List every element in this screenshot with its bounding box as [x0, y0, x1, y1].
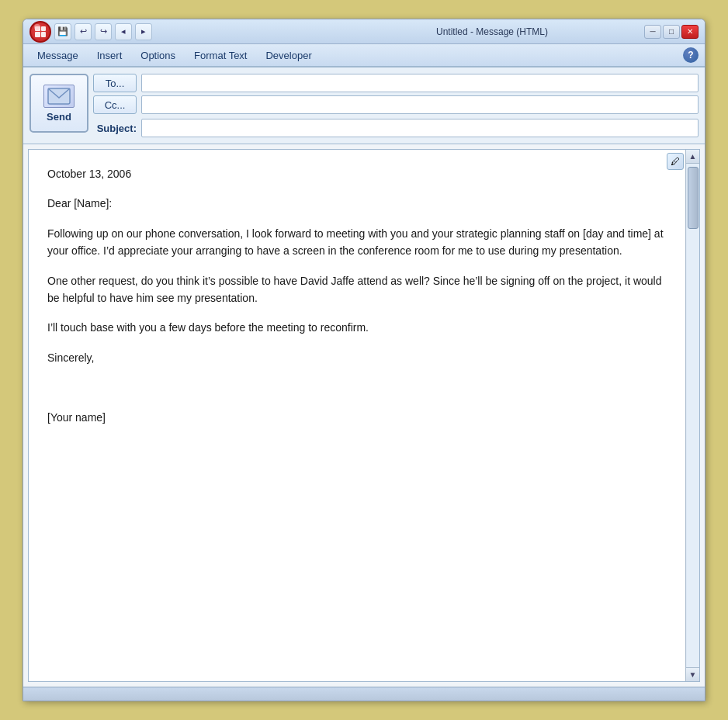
to-input[interactable]: [141, 74, 699, 92]
email-signature-spacer: [47, 379, 667, 396]
scroll-track[interactable]: [687, 164, 699, 667]
menu-developer[interactable]: Developer: [258, 47, 319, 64]
status-bar: [23, 687, 705, 701]
scroll-up-button[interactable]: ▲: [686, 150, 700, 164]
main-window: 💾 ↩ ↪ ◂ ▸ Untitled - Message (HTML) ─ □ …: [23, 19, 705, 701]
send-button[interactable]: Send: [29, 74, 88, 133]
email-greeting: Dear [Name]:: [47, 195, 667, 212]
body-corner-icon[interactable]: 🖊: [667, 153, 684, 170]
cc-button[interactable]: Cc...: [93, 95, 137, 114]
scroll-thumb[interactable]: [688, 167, 699, 229]
fields-area: To... Cc... Subject:: [93, 74, 699, 137]
office-button[interactable]: [29, 21, 51, 43]
minimize-button[interactable]: ─: [644, 25, 661, 39]
email-closing: Sincerely,: [47, 349, 667, 366]
email-date: October 13, 2006: [47, 165, 667, 182]
redo-button[interactable]: ↪: [95, 23, 112, 40]
menu-message[interactable]: Message: [29, 47, 86, 64]
back-button[interactable]: ◂: [115, 23, 132, 40]
email-signature: [Your name]: [47, 409, 667, 426]
cc-input[interactable]: [141, 95, 699, 114]
title-bar-left: 💾 ↩ ↪ ◂ ▸: [29, 21, 334, 43]
email-paragraph3: I’ll touch base with you a few days befo…: [47, 319, 667, 336]
restore-button[interactable]: □: [663, 25, 680, 39]
body-content[interactable]: October 13, 2006 Dear [Name]: Following …: [29, 150, 685, 681]
subject-input[interactable]: [141, 119, 699, 137]
send-icon: [43, 85, 75, 108]
menu-format-text[interactable]: Format Text: [186, 47, 255, 64]
help-button[interactable]: ?: [683, 47, 699, 63]
send-label: Send: [47, 111, 71, 123]
scrollbar[interactable]: ▲ ▼: [685, 150, 699, 681]
forward-button[interactable]: ▸: [135, 23, 152, 40]
office-logo: [35, 26, 46, 37]
email-form: Send To... Cc... Subject:: [23, 68, 705, 144]
title-bar: 💾 ↩ ↪ ◂ ▸ Untitled - Message (HTML) ─ □ …: [23, 19, 705, 44]
subject-label: Subject:: [93, 123, 137, 134]
envelope-svg: [47, 88, 71, 105]
save-button[interactable]: 💾: [54, 23, 71, 40]
window-controls: ─ □ ✕: [644, 25, 699, 39]
form-inner: Send To... Cc... Subject:: [29, 74, 699, 137]
undo-button[interactable]: ↩: [75, 23, 92, 40]
email-paragraph1: Following up on our phone conversation, …: [47, 225, 667, 260]
to-button[interactable]: To...: [93, 74, 137, 92]
menu-insert[interactable]: Insert: [89, 47, 130, 64]
cc-row: Cc...: [93, 95, 699, 114]
close-button[interactable]: ✕: [681, 25, 699, 39]
menu-options[interactable]: Options: [133, 47, 183, 64]
menu-bar: Message Insert Options Format Text Devel…: [23, 44, 705, 68]
subject-row: Subject:: [93, 119, 699, 137]
email-body: 🖊 October 13, 2006 Dear [Name]: Followin…: [28, 149, 700, 682]
to-row: To...: [93, 74, 699, 92]
email-paragraph2: One other request, do you think it’s pos…: [47, 272, 667, 307]
window-title: Untitled - Message (HTML): [340, 26, 644, 37]
scroll-down-button[interactable]: ▼: [686, 667, 700, 681]
